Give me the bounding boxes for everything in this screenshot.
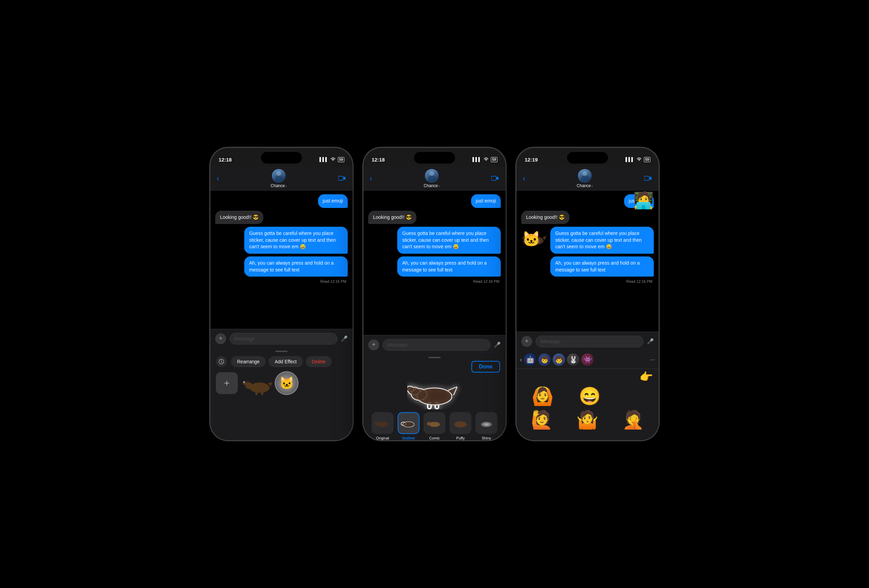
status-icons-2: ▌▌▌ 59 <box>472 157 497 162</box>
signal-icon-2: ▌▌▌ <box>472 157 481 162</box>
battery-icon-2: 59 <box>491 157 497 162</box>
imessage-field-1[interactable]: iMessage <box>230 333 338 345</box>
msg-2-4: Ah, you can always press and hold on a m… <box>368 256 501 277</box>
contact-avatar-2 <box>425 169 439 183</box>
signal-icon-3: ▌▌▌ <box>626 157 634 162</box>
memoji-avatar-4[interactable]: 🐰 <box>567 353 579 366</box>
video-button-1[interactable] <box>338 175 346 183</box>
memoji-sticker-laptop: 🧑‍💻 <box>633 191 654 210</box>
video-button-2[interactable] <box>491 175 500 183</box>
clock-icon-1 <box>216 356 227 367</box>
bubble-text-2-4: Ah, you can always press and hold on a m… <box>397 256 501 277</box>
memoji-avatar-5[interactable]: 👾 <box>581 353 594 366</box>
svg-point-26 <box>403 422 414 427</box>
back-button-3[interactable]: ‹ <box>523 174 525 183</box>
imessage-field-2[interactable]: iMessage <box>383 339 491 351</box>
puffy-thumb <box>449 412 472 434</box>
status-icons-1: ▌▌▌ 59 <box>319 157 344 162</box>
svg-point-9 <box>244 381 245 382</box>
memoji-surprised-glasses[interactable]: 🙆 <box>531 386 554 407</box>
msg-3-2: Looking good!! 😎 <box>521 211 654 224</box>
mic-icon-3[interactable]: 🎤 <box>647 338 654 345</box>
memoji-avatar-3[interactable]: 🧒 <box>553 353 565 366</box>
contact-name-1: Chance › <box>271 184 286 188</box>
avatar-img-3 <box>578 169 592 183</box>
bubble-text-2-1: just emoji <box>471 194 501 208</box>
memoji-row-2: 🙋 🤷 🤦 <box>516 408 658 432</box>
bubble-text-1-2: Looking good!! 😎 <box>215 211 263 224</box>
effect-original[interactable]: Original <box>372 412 393 440</box>
delete-button[interactable]: Delete <box>306 356 332 367</box>
shiny-label: Shiny <box>482 436 491 440</box>
msg-status-2: Read 12:16 PM <box>368 279 501 283</box>
contact-chevron-3: › <box>592 184 593 188</box>
keyboard-back-arrow[interactable]: ‹ <box>520 356 522 363</box>
done-button[interactable]: Done <box>472 361 500 373</box>
add-effect-button[interactable]: Add Effect <box>268 356 303 367</box>
msg-status-3: Read 12:16 PM <box>521 279 654 283</box>
effect-panel: Done <box>363 354 506 440</box>
tray-actions-1: Rearrange Add Effect Delete <box>231 356 332 367</box>
effect-comic[interactable]: Comic <box>424 412 445 440</box>
contact-bar-2: ‹ Chance › <box>363 166 506 191</box>
svg-rect-0 <box>338 176 343 180</box>
avatar-img-2 <box>425 169 439 183</box>
status-icons-3: ▌▌▌ 59 <box>626 157 650 162</box>
imessage-placeholder-2: iMessage <box>387 342 408 348</box>
cat-sticker-thumb: 🐱 <box>274 371 298 395</box>
memoji-avatar-1[interactable]: 🤖 <box>524 353 536 366</box>
svg-point-23 <box>374 421 377 424</box>
bubble-text-3-2: Looking good!! 😎 <box>521 211 569 224</box>
effect-puffy[interactable]: Puffy <box>449 412 472 440</box>
effect-options-row: Original Outline <box>363 409 506 441</box>
rearrange-button[interactable]: Rearrange <box>231 356 266 367</box>
memoji-waving-1[interactable]: 🙋 <box>531 409 553 430</box>
hand-row: 👉 <box>516 369 658 385</box>
contact-center-1: Chance › <box>271 169 286 188</box>
contact-center-3: Chance › <box>577 169 593 188</box>
plus-button-3[interactable]: + <box>521 336 532 347</box>
memoji-facepalm[interactable]: 🤦 <box>622 409 644 430</box>
memoji-row-1: 🙆 😄 <box>516 385 658 408</box>
contact-avatar-3 <box>578 169 592 183</box>
mic-icon-2[interactable]: 🎤 <box>494 341 501 348</box>
tray-handle-1 <box>275 351 288 352</box>
memoji-avatar-2[interactable]: 👦 <box>538 353 551 366</box>
mic-icon-1[interactable]: 🎤 <box>341 335 348 342</box>
avatar-img-1 <box>272 169 286 183</box>
tray-stickers-1: + <box>211 371 353 395</box>
original-label: Original <box>376 436 389 440</box>
imessage-field-3[interactable]: iMessage <box>535 336 644 347</box>
done-btn-row: Done <box>363 361 506 375</box>
memoji-shrug[interactable]: 🤷 <box>576 409 598 430</box>
plus-button-1[interactable]: + <box>215 333 226 344</box>
input-bar-1: + iMessage 🎤 <box>211 329 353 348</box>
memoji-header-row: ‹ 🤖 👦 🧒 🐰 👾 ··· <box>516 351 658 369</box>
contact-name-3: Chance › <box>577 184 593 188</box>
effect-outline[interactable]: Outline <box>397 412 420 440</box>
messages-area-1: just emoji Looking good!! 😎 Guess gotta … <box>211 191 353 331</box>
msg-2-1: just emoji <box>368 194 501 208</box>
dynamic-island-2 <box>414 152 455 164</box>
svg-rect-5 <box>261 391 263 395</box>
back-button-1[interactable]: ‹ <box>217 174 219 183</box>
status-time-2: 12:18 <box>372 157 385 163</box>
contact-center-2: Chance › <box>424 169 440 188</box>
msg-status-1: Read 12:16 PM <box>215 279 348 283</box>
more-options-icon[interactable]: ··· <box>650 356 655 363</box>
video-button-3[interactable] <box>644 175 652 183</box>
memoji-placeholder <box>626 386 644 407</box>
phone-3: 12:19 ✈ ▌▌▌ 59 ‹ Chance › <box>516 147 659 441</box>
bubble-text-1-3: Guess gotta be careful where you place s… <box>244 227 348 254</box>
input-bar-3: + iMessage 🎤 <box>516 332 658 351</box>
msg-3-4: 🐱 Ah, you can always press and hold on a… <box>521 256 654 277</box>
memoji-smile-glasses[interactable]: 😄 <box>579 386 601 407</box>
battery-icon-3: 59 <box>644 157 650 162</box>
phone-1: 12:18 ✈ ▌▌▌ 59 ‹ Chance › <box>210 147 353 441</box>
pointing-hand-icon: 👉 <box>639 370 653 383</box>
back-button-2[interactable]: ‹ <box>369 174 372 183</box>
plus-button-2[interactable]: + <box>368 339 379 350</box>
sticker-add-button[interactable]: + <box>216 372 238 394</box>
effect-shiny[interactable]: Shiny <box>476 412 497 440</box>
svg-rect-10 <box>491 176 496 180</box>
